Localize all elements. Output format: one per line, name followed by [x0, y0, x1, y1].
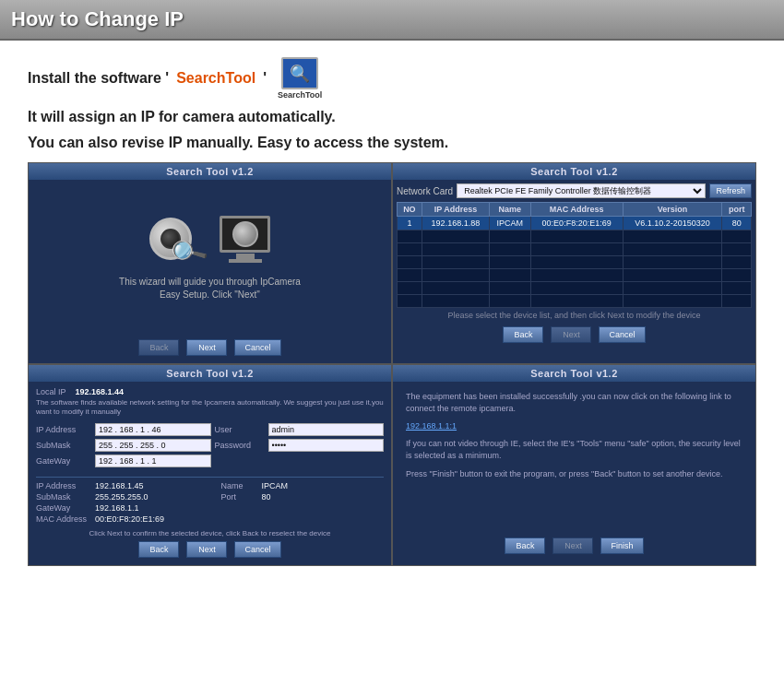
ip-form-grid: IP Address User SubMask Password GateWay [36, 423, 384, 467]
intro-suffix: ' [263, 70, 267, 87]
page-title: How to Change IP [11, 7, 184, 30]
th-ip: IP Address [422, 203, 489, 217]
ip-detail-grid: IP Address 192.168.1.45 Name IPCAM SubMa… [36, 481, 384, 524]
th-mac: MAC Address [530, 203, 623, 217]
panel4-finish-button[interactable]: Finish [600, 537, 643, 554]
table-row-empty-4 [398, 269, 752, 282]
ip-divider [36, 477, 384, 478]
panel1-back-button[interactable]: Back [138, 339, 179, 356]
detail-name-value: IPCAM [262, 481, 385, 490]
table-row-empty-6 [398, 295, 752, 308]
table-row-empty-1 [398, 230, 752, 243]
intro-prefix: Install the software ' [28, 70, 169, 87]
cell-mac: 00:E0:F8:20:E1:69 [530, 217, 623, 230]
panel3-next-button[interactable]: Next [186, 541, 227, 558]
detail-submask-label: SubMask [36, 492, 91, 502]
panel-ip: Search Tool v1.2 Local IP 192.168.1.44 T… [29, 365, 391, 565]
success-text: The equipment has been installed success… [406, 391, 742, 416]
panel4-back-button[interactable]: Back [505, 537, 545, 554]
panel2-cancel-button[interactable]: Cancel [599, 326, 645, 343]
panel3-cancel-button[interactable]: Cancel [234, 541, 280, 558]
table-head: NO IP Address Name MAC Address Version p… [398, 203, 752, 217]
table-body: 1 192.168.1.88 IPCAM 00:E0:F8:20:E1:69 V… [398, 217, 752, 308]
th-name: Name [490, 203, 531, 217]
detail-mac-label: MAC Address [36, 514, 91, 524]
searchtool-icon-label: SearchTool [278, 90, 322, 100]
panel4-body: The equipment has been installed success… [393, 382, 755, 565]
local-ip-label: Local IP [36, 387, 66, 396]
password-input[interactable] [268, 439, 385, 452]
wizard-text: This wizard will guide you through IpCam… [118, 276, 303, 301]
monitor-cam [232, 221, 258, 247]
local-ip-value: 192.168.1.44 [76, 387, 125, 396]
ip-info-text: The software finds available network set… [36, 398, 384, 418]
detail-submask-value: 255.255.255.0 [95, 492, 218, 502]
panel1-next-button[interactable]: Next [186, 339, 227, 356]
panel2-next-button[interactable]: Next [551, 326, 591, 343]
panel3-body: Local IP 192.168.1.44 The software finds… [29, 382, 391, 565]
table-row-empty-2 [398, 243, 752, 256]
searchtool-icon [281, 57, 318, 89]
screenshots-grid: Search Tool v1.2 🔍 [28, 162, 756, 566]
intro-line2: It will assign an IP for camera automati… [28, 109, 756, 125]
detail-mac-value: 00:E0:F8:20:E1:69 [95, 514, 218, 524]
panel1-body: 🔍 This wizard will guide you through IpC… [29, 180, 391, 363]
detail-port-value: 80 [262, 492, 385, 502]
intro-line3: You can also revise IP manually. Easy to… [28, 135, 756, 151]
panel4-next-button[interactable]: Next [552, 537, 593, 554]
cell-ip: 192.168.1.88 [422, 217, 489, 230]
success-finish: Press "Finish" button to exit the progra… [406, 468, 742, 481]
table-row-empty-5 [398, 282, 752, 295]
password-label: Password [215, 441, 265, 450]
header: How to Change IP [0, 0, 784, 41]
user-input[interactable] [268, 423, 385, 436]
table-header-row: NO IP Address Name MAC Address Version p… [398, 203, 752, 217]
th-no: NO [398, 203, 422, 217]
nc-label: Network Card [397, 186, 453, 196]
network-card-row: Network Card Realtek PCIe FE Family Cont… [397, 183, 752, 198]
wizard-icons: 🔍 [149, 216, 270, 263]
gateway-label: GateWay [36, 456, 91, 466]
user-label: User [215, 425, 265, 434]
intro-highlight: SearchTool [176, 70, 255, 87]
panel-search: Search Tool v1.2 Network Card Realtek PC… [393, 163, 755, 363]
wizard-center: 🔍 This wizard will guide you through IpC… [32, 183, 387, 334]
local-ip-row: Local IP 192.168.1.44 [36, 387, 384, 396]
panel1-title: Search Tool v1.2 [29, 163, 391, 180]
gateway-input[interactable] [95, 455, 211, 467]
detail-ip-label: IP Address [36, 481, 91, 490]
device-table: NO IP Address Name MAC Address Version p… [397, 202, 752, 308]
searchtool-icon-container: SearchTool [278, 57, 322, 100]
th-version: Version [623, 203, 722, 217]
detail-name-label: Name [221, 481, 258, 490]
cell-version: V6.1.10.2-20150320 [623, 217, 722, 230]
refresh-button[interactable]: Refresh [709, 183, 752, 198]
cell-no: 1 [398, 217, 422, 230]
success-link[interactable]: 192.168.1.1:1 [406, 421, 742, 431]
panel-wizard: Search Tool v1.2 🔍 [29, 163, 391, 363]
panel2-status: Please select the device list, and then … [397, 308, 752, 323]
panel3-back-button[interactable]: Back [138, 541, 179, 558]
table-row[interactable]: 1 192.168.1.88 IPCAM 00:E0:F8:20:E1:69 V… [398, 217, 752, 230]
monitor-base [229, 259, 262, 263]
panel2-buttons: Back Next Cancel [397, 323, 752, 345]
panel4-buttons: Back Next Finish [406, 534, 742, 556]
cam-magnifier-group: 🔍 [149, 218, 192, 260]
monitor-icon [220, 216, 270, 263]
intro-line1: Install the software 'SearchTool' Search… [28, 57, 756, 100]
detail-port-label: Port [221, 492, 258, 502]
table-row-empty-3 [398, 256, 752, 269]
ip-label: IP Address [36, 425, 91, 434]
ip-input[interactable] [95, 423, 211, 436]
panel3-buttons: Back Next Cancel [36, 537, 384, 560]
panel1-buttons: Back Next Cancel [32, 334, 387, 360]
panel3-bottom-text: Click Next to confirm the selected devic… [36, 529, 384, 537]
detail-gateway-label: GateWay [36, 503, 91, 513]
cell-name: IPCAM [490, 217, 531, 230]
panel3-title: Search Tool v1.2 [29, 365, 391, 382]
panel2-back-button[interactable]: Back [503, 326, 543, 343]
cell-port: 80 [722, 217, 752, 230]
submask-input[interactable] [95, 439, 211, 452]
panel1-cancel-button[interactable]: Cancel [234, 339, 280, 356]
network-card-dropdown[interactable]: Realtek PCIe FE Family Controller 数据传输控制… [457, 183, 706, 198]
